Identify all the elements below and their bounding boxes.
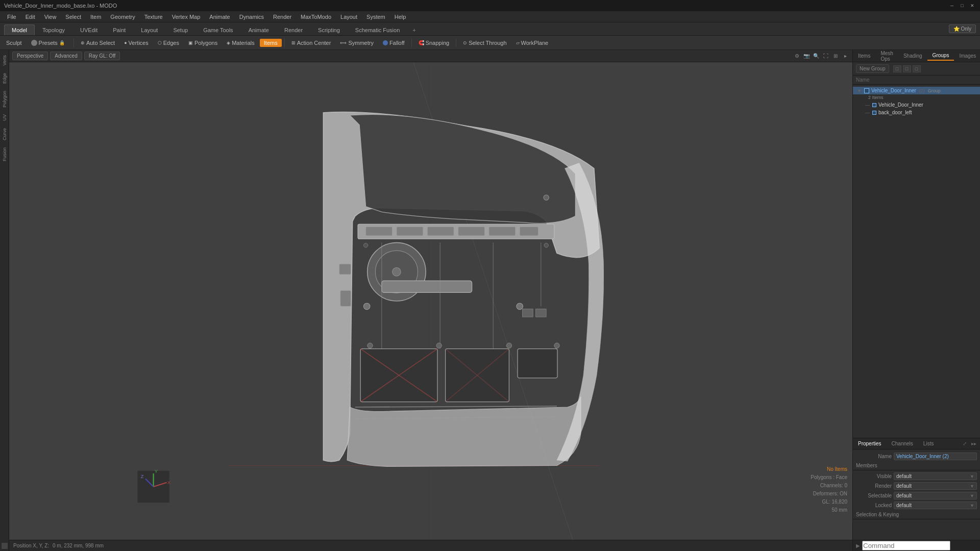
tab-topology[interactable]: Topology	[35, 24, 72, 35]
sidebar-item-polygon[interactable]: Polygon	[1, 88, 8, 111]
group-icon-2[interactable]: □	[903, 65, 911, 72]
tab-add-button[interactable]: +	[409, 25, 419, 35]
sculpt-button[interactable]: Sculpt	[2, 39, 26, 47]
menu-item-animate[interactable]: Animate	[205, 13, 234, 21]
vertices-button[interactable]: ● Vertices	[120, 39, 153, 47]
svg-text:Y: Y	[155, 469, 158, 474]
close-button[interactable]: ✕	[969, 2, 976, 9]
action-center-button[interactable]: ⊞ Action Center	[287, 39, 335, 47]
ray-gl-button[interactable]: Ray GL: Off	[84, 52, 120, 60]
viewport-camera-icon[interactable]: 📷	[802, 52, 811, 60]
viewport-canvas[interactable]: X Y Z No Items Polygons : Face Channels:…	[9, 62, 852, 540]
viewport-expand-icon[interactable]: ⛶	[822, 52, 830, 60]
tab-game-tools[interactable]: Game Tools	[195, 24, 241, 35]
render-value[interactable]: default ▼	[894, 482, 977, 490]
group-icon-3[interactable]: □	[913, 65, 921, 72]
menu-item-layout[interactable]: Layout	[336, 13, 361, 21]
perspective-button[interactable]: Perspective	[12, 52, 48, 60]
name-prop-value[interactable]: Vehicle_Door_Inner (2)	[894, 453, 977, 460]
edges-button[interactable]: ⬡ Edges	[154, 39, 183, 47]
menu-item-render[interactable]: Render	[269, 13, 296, 21]
left-sidebar: Verts Edge Polygon UV Curve Fusion	[0, 50, 9, 551]
menu-item-edit[interactable]: Edit	[21, 13, 39, 21]
props-expand-icon[interactable]: ⤢	[961, 440, 968, 447]
sidebar-item-edge[interactable]: Edge	[1, 70, 8, 87]
props-settings-icon[interactable]: ▸▸	[970, 440, 978, 447]
tab-layout[interactable]: Layout	[133, 24, 165, 35]
sidebar-bottom-icon[interactable]	[2, 543, 8, 549]
rp-tab-shading[interactable]: Shading	[898, 52, 927, 60]
group-root-label: Vehicle_Door_Inner	[871, 88, 916, 93]
command-input[interactable]	[862, 541, 950, 550]
props-tab-channels[interactable]: Channels	[887, 439, 918, 448]
menu-item-system[interactable]: System	[362, 13, 389, 21]
symmetry-button[interactable]: ⟺ Symmetry	[336, 39, 378, 47]
groups-panel: New Group □ □ □ Name ▼ Vehicle_Door_Inne…	[853, 62, 980, 438]
menu-item-dynamics[interactable]: Dynamics	[235, 13, 268, 21]
group-item-back-door[interactable]: — back_door_left	[853, 109, 980, 116]
name-prop-label: Name	[856, 454, 892, 459]
select-through-button[interactable]: ⊙ Select Through	[459, 39, 510, 47]
viewport-more-icon[interactable]: ▸	[841, 52, 849, 60]
mm-stat: 50 mm	[811, 506, 847, 514]
sidebar-item-uv[interactable]: UV	[1, 111, 8, 124]
group-item-door-inner[interactable]: — Vehicle_Door_Inner	[853, 101, 980, 109]
snapping-icon: 🧲	[419, 40, 424, 45]
tab-render[interactable]: Render	[277, 24, 310, 35]
viewport-zoom-icon[interactable]: 🔍	[812, 52, 820, 60]
menu-item-geometry[interactable]: Geometry	[106, 13, 139, 21]
svg-rect-21	[382, 281, 472, 292]
polygons-button[interactable]: ▣ Polygons	[184, 39, 222, 47]
new-group-button[interactable]: New Group	[856, 64, 889, 73]
workplane-button[interactable]: ⏥ WorkPlane	[512, 39, 553, 47]
items-button[interactable]: Items	[260, 39, 282, 47]
mesh-icon-2	[872, 111, 876, 115]
svg-point-34	[544, 243, 548, 247]
menu-item-texture[interactable]: Texture	[140, 13, 167, 21]
viewport-grid-icon[interactable]: ⊞	[831, 52, 840, 60]
props-tab-properties[interactable]: Properties	[853, 439, 887, 448]
sidebar-item-verts[interactable]: Verts	[1, 52, 8, 69]
right-panel: Items Mesh Ops Shading Groups Images + ⚙…	[852, 50, 980, 551]
menu-item-help[interactable]: Help	[390, 13, 410, 21]
presets-button[interactable]: Presets 🔒	[27, 39, 69, 47]
menu-item-view[interactable]: View	[40, 13, 61, 21]
maximize-button[interactable]: □	[959, 2, 966, 9]
tab-setup[interactable]: Setup	[165, 24, 195, 35]
rp-tab-meshops[interactable]: Mesh Ops	[875, 49, 898, 63]
menu-item-maxtomodo[interactable]: MaxToModo	[297, 13, 335, 21]
menu-item-file[interactable]: File	[3, 13, 20, 21]
group-icon-1[interactable]: □	[893, 65, 901, 72]
minimize-button[interactable]: ─	[948, 2, 955, 9]
materials-button[interactable]: ◈ Materials	[223, 39, 259, 47]
sidebar-item-fusion[interactable]: Fusion	[1, 144, 8, 164]
falloff-button[interactable]: Falloff	[379, 39, 409, 47]
viewport-header: Perspective Advanced Ray GL: Off ⚙ 📷 🔍 ⛶…	[9, 50, 852, 62]
locked-value[interactable]: default ▼	[894, 502, 977, 509]
rp-tab-images[interactable]: Images	[954, 52, 980, 60]
auto-select-button[interactable]: ⊕ Auto Select	[77, 39, 119, 47]
menu-item-select[interactable]: Select	[61, 13, 85, 21]
edges-icon: ⬡	[158, 40, 162, 45]
tab-scripting[interactable]: Scripting	[310, 24, 348, 35]
tab-model[interactable]: Model	[4, 24, 35, 35]
props-tab-lists[interactable]: Lists	[918, 439, 939, 448]
menu-item-item[interactable]: Item	[86, 13, 105, 21]
menu-item-vertex map[interactable]: Vertex Map	[168, 13, 205, 21]
only-button[interactable]: ⭐ Only	[949, 24, 976, 33]
rp-tab-items[interactable]: Items	[853, 52, 875, 60]
group-item-root[interactable]: ▼ Vehicle_Door_Inner (2) Group	[853, 87, 980, 94]
sidebar-item-curve[interactable]: Curve	[1, 125, 8, 143]
snapping-button[interactable]: 🧲 Snapping	[414, 39, 454, 47]
viewport-settings-icon[interactable]: ⚙	[793, 52, 801, 60]
selectable-value[interactable]: default ▼	[894, 492, 977, 499]
tab-uvedit[interactable]: UVEdit	[72, 24, 105, 35]
tab-animate[interactable]: Animate	[241, 24, 277, 35]
advanced-button[interactable]: Advanced	[50, 52, 82, 60]
group-sub-label: 2 Items	[853, 94, 980, 101]
tab-schematic-fusion[interactable]: Schematic Fusion	[348, 24, 407, 35]
tab-paint[interactable]: Paint	[105, 24, 133, 35]
visible-value[interactable]: default ▼	[894, 472, 977, 480]
render-dropdown-arrow: ▼	[970, 484, 974, 489]
rp-tab-groups[interactable]: Groups	[927, 51, 954, 61]
